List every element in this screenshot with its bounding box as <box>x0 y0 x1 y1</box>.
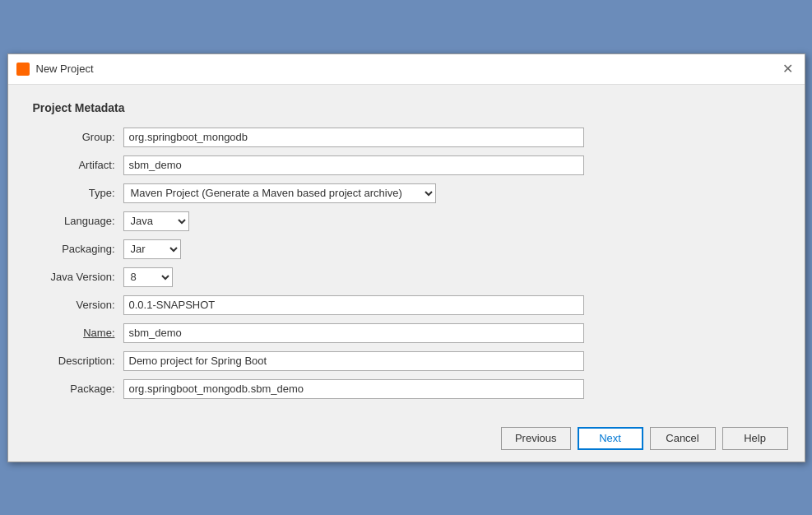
language-row: Language: Java Kotlin Groovy <box>33 211 780 231</box>
previous-button[interactable]: Previous <box>501 427 571 450</box>
artifact-row: Artifact: <box>33 155 780 175</box>
name-label: Name: <box>33 327 123 339</box>
version-label: Version: <box>33 299 123 311</box>
svg-rect-2 <box>18 70 22 74</box>
section-title: Project Metadata <box>33 101 780 114</box>
close-button[interactable]: ✕ <box>780 61 796 77</box>
type-row: Type: Maven Project (Generate a Maven ba… <box>33 183 780 203</box>
package-input[interactable] <box>123 379 584 399</box>
group-label: Group: <box>33 131 123 143</box>
title-bar-left: New Project <box>16 63 94 76</box>
description-row: Description: <box>33 351 780 371</box>
dialog-footer: Previous Next Cancel Help <box>8 415 805 462</box>
cancel-button[interactable]: Cancel <box>650 427 716 450</box>
window-title: New Project <box>36 63 94 75</box>
app-icon <box>16 63 30 76</box>
artifact-label: Artifact: <box>33 159 123 171</box>
package-label: Package: <box>33 383 123 395</box>
package-row: Package: <box>33 379 780 399</box>
name-row: Name: <box>33 323 780 343</box>
svg-rect-3 <box>24 70 28 74</box>
svg-rect-1 <box>24 64 28 68</box>
name-input[interactable] <box>123 323 584 343</box>
packaging-select[interactable]: Jar War <box>123 239 181 259</box>
group-row: Group: <box>33 128 780 147</box>
group-input[interactable] <box>123 128 584 147</box>
version-row: Version: <box>33 295 780 315</box>
title-bar: New Project ✕ <box>8 54 805 85</box>
svg-rect-0 <box>18 64 22 68</box>
type-select[interactable]: Maven Project (Generate a Maven based pr… <box>123 183 436 203</box>
packaging-label: Packaging: <box>33 243 123 255</box>
language-label: Language: <box>33 215 123 227</box>
dialog-content: Project Metadata Group: Artifact: Type: … <box>8 85 805 415</box>
help-button[interactable]: Help <box>722 427 788 450</box>
description-label: Description: <box>33 355 123 367</box>
version-input[interactable] <box>123 295 584 315</box>
java-version-select[interactable]: 8 11 17 21 <box>123 267 173 287</box>
packaging-row: Packaging: Jar War <box>33 239 780 259</box>
next-button[interactable]: Next <box>578 427 643 450</box>
language-select[interactable]: Java Kotlin Groovy <box>123 211 189 231</box>
artifact-input[interactable] <box>123 155 584 175</box>
new-project-dialog: New Project ✕ Project Metadata Group: Ar… <box>7 53 805 462</box>
java-version-label: Java Version: <box>33 271 123 283</box>
description-input[interactable] <box>123 351 584 371</box>
type-label: Type: <box>33 187 123 199</box>
java-version-row: Java Version: 8 11 17 21 <box>33 267 780 287</box>
